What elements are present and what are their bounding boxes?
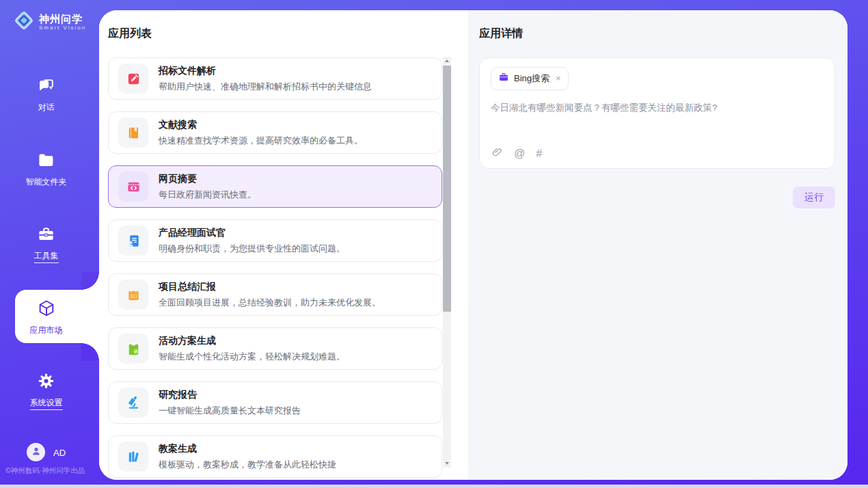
sidebar: 神州问学 Smart Vision 对话 智能文件夹: [0, 0, 99, 488]
sidebar-item-app-market[interactable]: 应用市场: [0, 299, 92, 338]
app-card-lesson-plan[interactable]: 教案生成 模板驱动，教案秒成，教学准备从此轻松快捷: [108, 435, 442, 478]
clipboard-check-icon: [118, 334, 148, 364]
app-card-name: 教案生成: [159, 443, 336, 455]
briefcase-icon: [498, 72, 509, 85]
run-button[interactable]: 运行: [793, 187, 835, 208]
bottom-edge-strip: [0, 485, 868, 488]
tool-tag-label: Bing搜索: [514, 72, 550, 85]
scrollbar[interactable]: [443, 57, 451, 467]
chat-icon: [0, 77, 92, 98]
scrollbar-thumb[interactable]: [443, 66, 451, 312]
sidebar-item-label: 应用市场: [30, 325, 63, 338]
compose-card: Bing搜索 × 今日湖北有哪些新闻要点？有哪些需要关注的最新政策? @ #: [479, 57, 835, 169]
folder-icon: [0, 151, 92, 172]
avatar[interactable]: [27, 443, 45, 461]
cube-icon: [0, 299, 92, 321]
app-card-bid-analysis[interactable]: 招标文件解析 帮助用户快速、准确地理解和解析招标书中的关键信息: [108, 57, 442, 100]
app-list-pane: 应用列表 招标文件解析 帮助用户快速、准确地理解和解析招标书中的关键信息: [99, 10, 468, 480]
app-card-description: 帮助用户快速、准确地理解和解析招标书中的关键信息: [159, 81, 372, 93]
app-card-event-plan[interactable]: 活动方案生成 智能生成个性化活动方案，轻松解决规划难题。: [108, 327, 442, 370]
app-card-name: 活动方案生成: [159, 335, 345, 347]
sidebar-item-label: 对话: [38, 102, 55, 114]
brand: 神州问学 Smart Vision: [14, 10, 86, 33]
attachment-icon[interactable]: [491, 146, 503, 161]
mention-icon[interactable]: @: [514, 148, 525, 159]
sidebar-item-settings[interactable]: 系统设置: [0, 372, 92, 410]
app-card-description: 明确身份和职责，为您提供专业性的面试问题。: [159, 243, 345, 255]
hash-icon[interactable]: #: [536, 148, 542, 159]
app-card-research-report[interactable]: 研究报告 一键智能生成高质量长文本研究报告: [108, 381, 442, 424]
app-card-literature-search[interactable]: 文献搜索 快速精准查找学术资源，提高研究效率的必备工具。: [108, 111, 442, 154]
browser-code-icon: [118, 172, 148, 202]
pen-document-icon: [118, 64, 148, 94]
main-panel: 应用列表 招标文件解析 帮助用户快速、准确地理解和解析招标书中的关键信息: [99, 10, 847, 480]
app-card-name: 招标文件解析: [159, 65, 372, 77]
app-card-description: 智能生成个性化活动方案，轻松解决规划难题。: [159, 351, 345, 363]
app-window: 神州问学 Smart Vision 对话 智能文件夹: [0, 0, 868, 488]
sidebar-item-smart-folder[interactable]: 智能文件夹: [0, 151, 92, 189]
app-detail-title: 应用详情: [479, 27, 835, 40]
app-card-name: 项目总结汇报: [159, 281, 381, 293]
app-card-name: 产品经理面试官: [159, 227, 345, 239]
app-card-description: 一键智能生成高质量长文本研究报告: [159, 405, 301, 417]
app-list-title: 应用列表: [108, 27, 468, 40]
app-card-description: 快速精准查找学术资源，提高研究效率的必备工具。: [159, 135, 363, 147]
sidebar-item-toolset[interactable]: 工具集: [0, 225, 92, 263]
microscope-icon: [118, 388, 148, 418]
interview-doc-icon: [118, 226, 148, 256]
app-card-web-summary[interactable]: 网页摘要 每日政府新闻资讯快查。: [108, 165, 442, 208]
app-card-pm-interviewer[interactable]: 产品经理面试官 明确身份和职责，为您提供专业性的面试问题。: [108, 219, 442, 262]
triangle-down-icon: [445, 462, 449, 465]
sidebar-item-label: 智能文件夹: [26, 176, 67, 189]
scrollbar-up-button[interactable]: [443, 57, 451, 65]
triangle-up-icon: [445, 59, 449, 62]
app-card-name: 网页摘要: [159, 173, 256, 185]
calendar-note-icon: [118, 280, 148, 310]
app-card-project-summary[interactable]: 项目总结汇报 全面回顾项目进展，总结经验教训，助力未来优化发展。: [108, 273, 442, 316]
app-list: 招标文件解析 帮助用户快速、准确地理解和解析招标书中的关键信息 文献搜索: [108, 57, 442, 478]
book-icon: [118, 118, 148, 148]
brand-subtitle: Smart Vision: [39, 25, 86, 31]
run-row: 运行: [479, 187, 835, 208]
app-card-description: 全面回顾项目进展，总结经验教训，助力未来优化发展。: [159, 297, 381, 309]
scrollbar-down-button[interactable]: [443, 459, 451, 467]
books-icon: [118, 442, 148, 472]
tool-tag-bing-search[interactable]: Bing搜索 ×: [491, 67, 569, 90]
brand-name: 神州问学: [39, 13, 86, 25]
sidebar-item-label: 系统设置: [30, 397, 63, 410]
app-detail-pane: 应用详情 Bing搜索 × 今日湖北有哪些新闻要点？有哪些需要关注的最新政策?: [468, 10, 847, 480]
gear-icon: [0, 372, 92, 393]
prompt-input[interactable]: 今日湖北有哪些新闻要点？有哪些需要关注的最新政策?: [491, 102, 824, 114]
copyright-text: ©神州数码·神州问学出品: [5, 466, 85, 476]
sidebar-item-label: 工具集: [34, 250, 59, 263]
app-card-description: 模板驱动，教案秒成，教学准备从此轻松快捷: [159, 459, 336, 471]
app-card-name: 文献搜索: [159, 119, 363, 131]
sidebar-item-chat[interactable]: 对话: [0, 77, 92, 114]
person-icon: [30, 445, 42, 460]
app-card-description: 每日政府新闻资讯快查。: [159, 189, 256, 201]
user-label: AD: [53, 448, 66, 458]
app-card-name: 研究报告: [159, 389, 301, 401]
close-icon[interactable]: ×: [556, 75, 561, 82]
toolbox-icon: [0, 225, 92, 246]
compose-toolbar: @ #: [491, 146, 542, 161]
diamond-logo-icon: [14, 10, 34, 33]
